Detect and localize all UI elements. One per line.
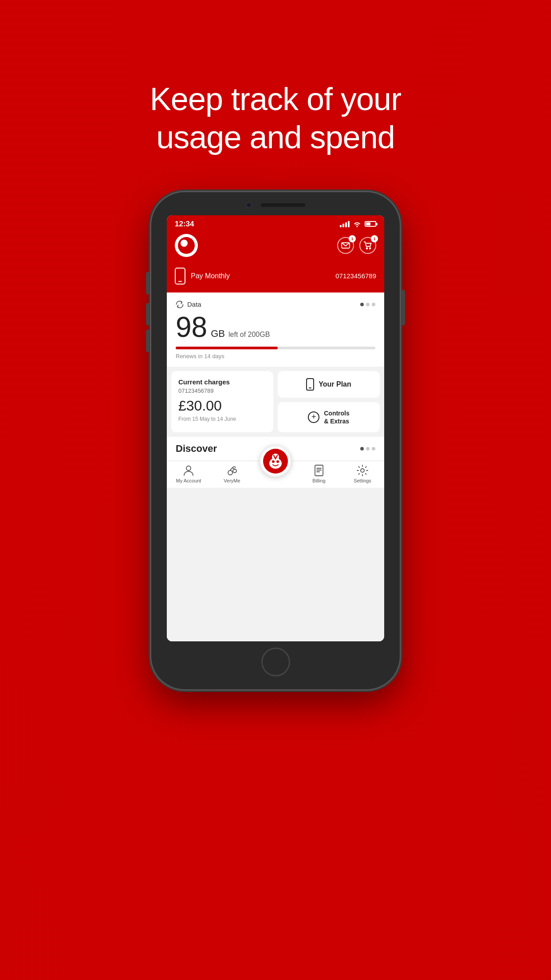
speaker-grille — [261, 203, 305, 207]
phone-outline-icon — [175, 268, 185, 285]
nav-label-settings: Settings — [354, 478, 371, 483]
dot-2 — [366, 303, 370, 306]
charges-label: Current charges — [178, 378, 266, 386]
data-unit: GB — [211, 328, 225, 340]
status-bar: 12:34 — [167, 215, 384, 231]
envelope-icon-wrap[interactable]: 1 — [337, 237, 354, 254]
nav-icons-row: 1 1 — [167, 231, 384, 263]
svg-point-8 — [186, 466, 191, 470]
data-amount-row: 98 GB left of 200GB — [176, 313, 375, 341]
charges-phone-number: 07123456789 — [178, 387, 266, 394]
data-pagination-dots — [360, 303, 375, 306]
data-progress-fill — [176, 347, 278, 349]
svg-point-6 — [276, 460, 279, 463]
veryme-mascot — [263, 449, 288, 474]
vodafone-logo-inner — [178, 237, 195, 254]
headline-line2: usage and spend — [156, 119, 394, 155]
cart-icon-wrap[interactable]: 1 — [359, 237, 376, 254]
data-sync-icon — [176, 300, 184, 308]
status-icons — [340, 221, 376, 227]
svg-point-10 — [233, 469, 236, 473]
svg-point-1 — [366, 248, 368, 249]
nav-item-veryme[interactable]: VeryMe — [210, 465, 254, 483]
veryme-button[interactable] — [260, 445, 291, 477]
headline-text: Keep track of your usage and spend — [150, 80, 401, 157]
right-cards-column: Your Plan + Controls& Extras — [278, 371, 380, 432]
your-plan-card[interactable]: Your Plan — [278, 371, 380, 398]
your-plan-label: Your Plan — [319, 380, 351, 388]
header-phone-number: 07123456789 — [335, 272, 376, 280]
plan-type: Pay Monthly — [191, 272, 230, 280]
vodafone-logo — [175, 234, 198, 257]
data-label-row: Data — [176, 300, 201, 308]
svg-point-7 — [272, 454, 279, 461]
mascot-face-icon — [264, 450, 287, 472]
dot-1 — [360, 303, 364, 306]
my-account-icon — [183, 465, 194, 476]
nav-label-veryme: VeryMe — [224, 478, 240, 483]
discover-title: Discover — [176, 443, 217, 454]
battery-icon — [365, 221, 376, 227]
nav-item-my-account[interactable]: My Account — [167, 465, 210, 483]
charges-dates: From 15 May to 14 June — [178, 416, 266, 422]
nav-label-my-account: My Account — [176, 478, 201, 483]
veryme-center-button[interactable] — [260, 445, 291, 477]
svg-point-15 — [361, 469, 364, 472]
wifi-icon — [353, 221, 361, 227]
charges-card[interactable]: Current charges 07123456789 £30.00 From … — [171, 371, 273, 432]
svg-point-9 — [228, 470, 232, 475]
veryme-nav-icon — [226, 465, 238, 476]
app-content: Data 98 GB left of 200GB Renews in — [167, 292, 384, 641]
data-progress-bar — [176, 347, 375, 349]
svg-rect-11 — [315, 465, 323, 476]
plan-row: Pay Monthly 07123456789 — [167, 263, 384, 292]
cart-icon — [363, 241, 372, 249]
camera-dot — [246, 202, 252, 208]
data-card[interactable]: Data 98 GB left of 200GB Renews in — [167, 292, 384, 367]
nav-item-settings[interactable]: Settings — [341, 465, 384, 483]
discover-dot-3 — [372, 447, 375, 450]
headline-line1: Keep track of your — [150, 81, 401, 117]
data-label: Data — [187, 300, 201, 308]
phone-screen: 12:34 — [167, 215, 384, 641]
phone-top-bar — [151, 192, 400, 215]
discover-dot-1 — [360, 447, 364, 450]
app-header: 12:34 — [167, 215, 384, 292]
controls-card[interactable]: + Controls& Extras — [278, 402, 380, 432]
data-remaining: left of 200GB — [228, 331, 270, 339]
settings-icon — [357, 465, 368, 476]
cards-grid: Current charges 07123456789 £30.00 From … — [167, 367, 384, 437]
cart-badge: 1 — [371, 235, 378, 242]
controls-label: Controls& Extras — [324, 409, 350, 425]
envelope-badge: 1 — [349, 235, 356, 242]
plan-phone-icon — [306, 378, 314, 391]
nav-label-billing: Billing — [312, 478, 325, 483]
envelope-icon — [341, 242, 350, 249]
plan-left: Pay Monthly — [175, 268, 230, 285]
phone-device: 12:34 — [151, 192, 400, 689]
header-right-icons: 1 1 — [337, 237, 376, 254]
phone-home-button[interactable] — [261, 648, 290, 676]
svg-point-5 — [272, 460, 275, 463]
plus-circle-icon: + — [308, 411, 319, 423]
data-renew-text: Renews in 14 days — [176, 353, 375, 360]
status-time: 12:34 — [175, 220, 194, 229]
discover-dots — [360, 447, 375, 450]
bottom-nav: My Account VeryMe — [167, 461, 384, 488]
charges-amount: £30.00 — [178, 398, 266, 414]
data-card-header: Data — [176, 300, 375, 308]
data-number: 98 — [176, 313, 207, 341]
dot-3 — [372, 303, 375, 306]
nav-item-billing[interactable]: Billing — [297, 465, 341, 483]
signal-bars — [340, 221, 350, 227]
discover-dot-2 — [366, 447, 370, 450]
headline: Keep track of your usage and spend — [150, 40, 401, 157]
svg-point-2 — [370, 248, 371, 249]
billing-icon — [313, 465, 325, 476]
